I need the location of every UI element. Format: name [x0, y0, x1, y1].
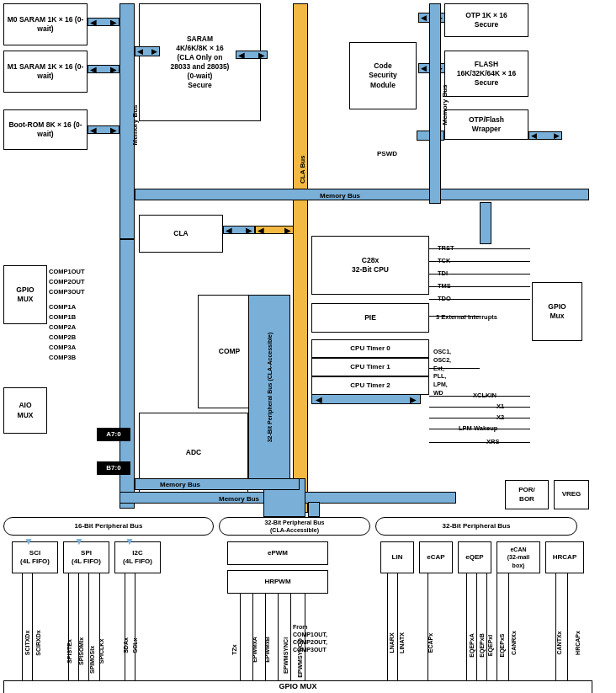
por-bor-block: POR/BOR	[505, 480, 549, 509]
hrpwm-block: HRPWM	[227, 570, 328, 594]
hrcap-v2-line	[567, 573, 568, 680]
32bit-cla-peripheral-bus-bot: 32-Bit Peripheral Bus(CLA-Accessible)	[219, 517, 370, 536]
cpu-timer2-block: CPU Timer 2	[311, 376, 429, 395]
m0-arrow: ◀▶	[88, 17, 119, 27]
eqepxb-label: EQEPxB	[479, 633, 485, 657]
cpu-timer0-block: CPU Timer 0	[311, 339, 429, 358]
lpm-wakeup-line	[429, 429, 530, 429]
eqep-v3-line	[486, 573, 487, 680]
code-security-block: CodeSecurityModule	[349, 42, 417, 109]
ext-int-line	[429, 316, 480, 317]
cpu-block: C28x32-Bit CPU	[311, 236, 429, 295]
otp-flash-wrapper-block: OTP/FlashWrapper	[444, 109, 528, 140]
tdo-line	[429, 299, 530, 300]
i2c-v1-line	[125, 573, 125, 680]
sci-v2-line	[32, 573, 33, 680]
comp1out-label: COMP1OUT	[49, 268, 85, 275]
saram-arrow: ◀▶	[236, 51, 268, 61]
comp2b-label: COMP2B	[49, 333, 76, 341]
spimosix-label: SPIMOSIx	[89, 646, 95, 674]
osc-pll-label: OSC1,OSC2,Ext,PLL,LPM,WD	[433, 348, 451, 397]
xclkin-line	[429, 396, 530, 397]
cla-bus-label: CLA Bus	[299, 156, 306, 184]
scirxdx-label: SCIRXDx	[35, 630, 41, 655]
cla-bus-vertical	[293, 3, 308, 513]
pie-block: PIE	[311, 303, 429, 333]
gpio-mux-right-block: GPIOMux	[532, 282, 582, 341]
pswd-label: PSWD	[377, 150, 397, 157]
comp3b-label: COMP3B	[49, 354, 76, 361]
xrs-line	[429, 442, 530, 443]
sdax-label: SDAx	[123, 637, 129, 653]
horiz-bus-to-saram: ◀▶	[135, 46, 160, 56]
vreg-block: VREG	[554, 480, 589, 509]
epwm-v3-line	[265, 594, 266, 680]
x2-line	[429, 418, 530, 418]
eqep-v2-line	[476, 573, 477, 680]
comp2a-label: COMP2A	[49, 323, 76, 331]
epwm-v1-line	[240, 594, 241, 680]
lin-v2-line	[397, 573, 398, 680]
eqep-v4-line	[497, 573, 497, 680]
spi-v1-line	[68, 573, 69, 680]
hrcapx-label: HRCAPx	[575, 631, 581, 655]
m1-block: M1 SARAM 1K × 16 (0-wait)	[3, 51, 88, 93]
memory-bus-label: Memory Bus	[131, 105, 139, 146]
boot-rom-arrow: ◀▶	[88, 125, 119, 135]
tck-line	[429, 261, 530, 262]
spistex-label: SPISTEx	[66, 639, 72, 664]
x1-line	[429, 407, 530, 408]
cla-block: CLA	[139, 215, 223, 253]
eqep-block: eQEP	[458, 541, 491, 573]
comp3out-label: COMP3OUT	[49, 288, 85, 296]
i2c-v2-line	[135, 573, 135, 680]
32bit-cla-bus-vertical: 32-Bit Peripheral Bus (CLA-Accessible)	[248, 295, 290, 480]
right-mem-bus-v	[429, 3, 441, 204]
hrcap-block: HRCAP	[545, 541, 584, 573]
right-mem-bus-label: Memory Bus	[441, 84, 449, 125]
cla-arrow-left: ◀▶	[223, 226, 255, 236]
cpu-timer1-block: CPU Timer 1	[311, 358, 429, 376]
ecap-block: eCAP	[419, 541, 453, 573]
tms-line	[429, 286, 530, 287]
eqepxs-label: EQEPxS	[499, 633, 505, 657]
boot-rom-block: Boot-ROM 8K × 16 (0-wait)	[3, 109, 88, 150]
lin-v1-line	[387, 573, 388, 680]
otp-block: OTP 1K × 16Secure	[444, 3, 528, 37]
tzx-label: TZx	[231, 644, 237, 654]
trst-line	[429, 248, 530, 249]
cla-arrow-right: ◀▶	[255, 226, 294, 236]
linatx-label: LINATX	[399, 632, 405, 653]
comp1b-label: COMP1B	[49, 313, 76, 321]
spi-v2-line	[78, 573, 79, 680]
spi-block: SPI(4L FIFO)	[63, 541, 109, 573]
flash-block: FLASH16K/32K/64K × 16Secure	[444, 51, 528, 97]
b7-0-block: B7:0	[97, 461, 130, 475]
from-comp-label: FromCOMP1OUT,COMP2OUT,COMP3OUT	[293, 623, 327, 653]
comp2out-label: COMP2OUT	[49, 278, 85, 285]
epwm-v5-line	[290, 594, 291, 680]
16bit-arrow3: ▼	[125, 536, 135, 547]
eqepxa-label: EQEPxA	[469, 633, 475, 657]
memory-bus-top-label: Memory Bus	[320, 192, 360, 200]
gpio-mux-bot-block: GPIO MUX	[3, 680, 592, 693]
epwm-v6-line	[305, 594, 305, 680]
memory-bus-horiz-top	[135, 189, 589, 200]
canrxx-label: CANRXx	[511, 631, 517, 655]
ecan-v1-line	[508, 573, 509, 680]
32bit-peripheral-bus-right: 32-Bit Peripheral Bus	[375, 517, 577, 536]
cpu-32bit-arrow-down	[308, 502, 320, 517]
sci-v1-line	[22, 573, 23, 680]
comp3a-label: COMP3A	[49, 344, 76, 351]
memory-bus-bot-label: Memory Bus	[219, 495, 259, 503]
mem-bus-v-right	[480, 202, 491, 244]
ecap-v1-line	[427, 573, 428, 680]
mem-bus-bot-label2: Memory Bus	[160, 481, 200, 488]
cantxx-label: CANTXx	[556, 631, 562, 654]
eqep-v1-line	[466, 573, 467, 680]
osc-line	[429, 368, 480, 369]
aio-mux-block: AIOMUX	[3, 387, 47, 434]
a7-0-block: A7:0	[97, 428, 130, 441]
16bit-arrow1: ▼	[24, 536, 34, 547]
m0-block: M0 SARAM 1K × 16 (0-wait)	[3, 3, 88, 45]
